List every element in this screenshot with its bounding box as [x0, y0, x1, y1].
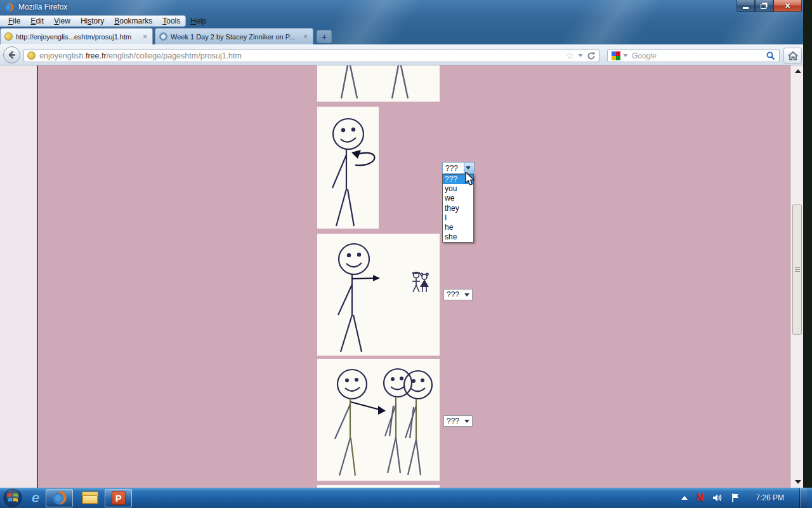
select-value: ??? [444, 290, 464, 299]
stick-figure-pointing-image [317, 234, 440, 356]
back-arrow-icon [7, 50, 16, 60]
close-button[interactable]: × [773, 0, 802, 12]
menu-bookmarks[interactable]: Bookmarks [110, 16, 157, 26]
menu-view[interactable]: View [49, 16, 75, 26]
scroll-down-icon[interactable] [795, 480, 801, 484]
show-desktop-button[interactable] [799, 488, 807, 508]
restore-icon [761, 4, 766, 9]
firefox-icon [4, 3, 14, 12]
tab-title: Week 1 Day 2 by Stacey Zinniker on P... [171, 33, 299, 41]
thumb-grip [795, 269, 800, 270]
pronoun-select-3[interactable]: ??? [443, 415, 473, 427]
urlbar-dropdown-icon[interactable] [578, 54, 583, 57]
select-value: ??? [444, 417, 464, 425]
powerpoint-taskbar-button[interactable]: P [105, 489, 132, 507]
menu-history[interactable]: History [76, 16, 108, 26]
menu-tools[interactable]: Tools [158, 16, 185, 26]
taskbar-clock[interactable]: 7:26 PM [749, 493, 790, 502]
show-hidden-icons-icon[interactable] [681, 496, 688, 500]
search-engine-dropdown-icon[interactable] [623, 54, 628, 57]
system-tray: N 7:26 PM [681, 488, 812, 508]
option-item[interactable]: we [443, 194, 473, 203]
chevron-down-icon [464, 293, 469, 297]
menu-file[interactable]: File [4, 16, 25, 26]
search-bar[interactable]: Google [607, 49, 780, 62]
stick-figure-self-image [317, 107, 379, 229]
tab-close-icon[interactable]: × [302, 33, 309, 41]
site-favicon [27, 51, 36, 60]
window-title: Mozilla Firefox [18, 3, 67, 11]
window-titlebar[interactable]: Mozilla Firefox [0, 0, 803, 14]
explorer-taskbar-button[interactable] [82, 491, 98, 504]
speaker-icon[interactable] [712, 493, 723, 502]
exercise-image-pointing-couple [317, 234, 440, 356]
action-center-flag-icon[interactable] [731, 493, 740, 503]
prezi-icon [159, 32, 167, 41]
pronoun-select-2[interactable]: ??? [443, 289, 473, 300]
tab-favicon [4, 32, 13, 41]
chevron-down-icon [466, 166, 471, 170]
firefox-taskbar-button[interactable] [46, 489, 73, 507]
tab-inactive[interactable]: Week 1 Day 2 by Stacey Zinniker on P... … [155, 28, 313, 44]
desktop-edge-strip [803, 0, 812, 488]
exercise-image-pointing-group [317, 359, 440, 481]
search-icon[interactable] [766, 51, 775, 60]
taskbar: e P N 7:26 PM [0, 488, 812, 508]
option-item[interactable]: they [443, 204, 473, 213]
option-item[interactable]: she [443, 232, 473, 242]
url-bar[interactable]: enjoyenglish.free.fr/english/college/pag… [23, 49, 599, 62]
powerpoint-icon: P [112, 491, 126, 505]
start-button[interactable] [3, 488, 23, 508]
search-placeholder: Google [632, 51, 766, 60]
bookmark-star-icon[interactable]: ☆ [566, 51, 574, 60]
option-item[interactable]: I [443, 213, 473, 223]
select-value: ??? [443, 164, 464, 173]
home-icon [788, 51, 798, 60]
menu-edit[interactable]: Edit [26, 16, 48, 26]
stick-figure-legs-image [317, 65, 440, 102]
back-button[interactable] [3, 46, 20, 64]
option-item[interactable]: he [443, 223, 473, 232]
close-icon: × [785, 1, 790, 10]
minimize-icon [743, 7, 749, 9]
menu-bar: File Edit View History Bookmarks Tools H… [0, 15, 186, 27]
tab-close-icon[interactable]: × [141, 33, 148, 41]
folder-icon [82, 491, 98, 504]
minimize-button[interactable] [737, 0, 755, 12]
page-scrollbar[interactable] [790, 65, 803, 488]
reload-icon[interactable] [587, 51, 596, 60]
desktop: Mozilla Firefox × File Edit View History… [0, 0, 812, 508]
tab-title: http://enjoyenglis...eshtm/prosuj1.htm [16, 33, 138, 41]
chevron-down-icon [464, 420, 469, 423]
url-text: enjoyenglish.free.fr/english/college/pag… [39, 51, 566, 60]
mouse-cursor [465, 172, 476, 186]
scrollbar-thumb[interactable] [792, 204, 802, 335]
internet-explorer-icon[interactable]: e [32, 490, 39, 506]
tab-active[interactable]: http://enjoyenglis...eshtm/prosuj1.htm × [0, 28, 153, 44]
exercise-image-partial [317, 65, 440, 102]
window-controls: × [737, 0, 802, 12]
exercise-image-pointing-self [317, 107, 379, 229]
notification-n-icon[interactable]: N [697, 492, 704, 504]
restore-button[interactable] [755, 0, 773, 12]
scroll-up-icon[interactable] [795, 69, 801, 73]
firefox-icon [52, 490, 67, 505]
new-tab-button[interactable]: + [317, 30, 332, 43]
thumb-grip [795, 271, 800, 272]
home-button[interactable] [783, 48, 802, 64]
menu-help[interactable]: Help [186, 16, 211, 26]
thumb-grip [795, 267, 800, 268]
stick-figure-group-image [317, 359, 440, 481]
page-border [37, 65, 38, 488]
google-icon[interactable] [612, 51, 620, 60]
page-margin [0, 65, 37, 488]
